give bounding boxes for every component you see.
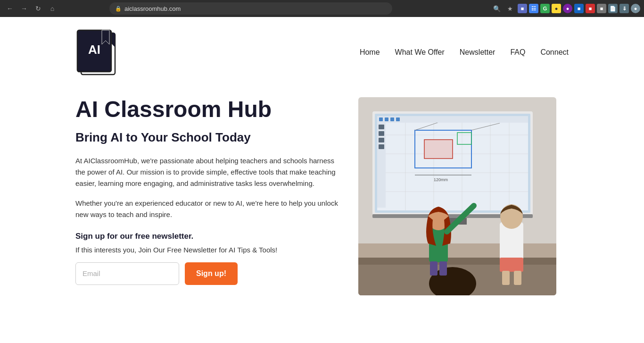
newsletter-heading: Sign up for our free newsletter.	[75, 232, 339, 241]
logo-area: AI	[75, 26, 118, 78]
svg-rect-49	[502, 271, 510, 285]
ext-grid-icon[interactable]: ☷	[529, 4, 538, 13]
url-text: aiclassroomhub.com	[124, 5, 181, 12]
refresh-button[interactable]: ↻	[32, 2, 44, 15]
site-header: AI Home What We Offer Newsletter FAQ Con…	[0, 17, 644, 88]
hero-description-1: At AIClassroomHub, we're passionate abou…	[75, 155, 339, 189]
site-nav: Home What We Offer Newsletter FAQ Connec…	[360, 48, 569, 57]
svg-rect-29	[390, 117, 394, 121]
logo-icon: AI	[75, 26, 118, 78]
browser-chrome: ← → ↻ ⌂ 🔒 aiclassroomhub.com 🔍 ★ ■ ☷ G ●…	[0, 0, 644, 17]
browser-actions: 🔍 ★ ■ ☷ G ● ● ■ ■ ■ 📄 ⇓ ●	[491, 3, 640, 14]
svg-rect-20	[424, 140, 453, 159]
newsletter-form: Sign up!	[75, 262, 339, 285]
svg-rect-35	[379, 144, 384, 149]
ext-blue-icon[interactable]: ■	[574, 4, 584, 13]
hero-content: AI Classroom Hub Bring AI to Your School…	[75, 97, 339, 285]
ext-yellow-icon[interactable]: ●	[552, 4, 561, 13]
svg-rect-48	[500, 258, 523, 272]
ext-gray-icon[interactable]: ■	[597, 4, 606, 13]
home-button[interactable]: ⌂	[46, 2, 58, 15]
nav-newsletter[interactable]: Newsletter	[460, 48, 495, 57]
signup-button[interactable]: Sign up!	[185, 262, 238, 285]
profile-icon[interactable]: ●	[631, 4, 640, 13]
ext-puzzle-icon[interactable]: ■	[518, 4, 527, 13]
nav-what-we-offer[interactable]: What We Offer	[395, 48, 445, 57]
svg-rect-34	[379, 138, 384, 142]
svg-rect-30	[396, 117, 400, 121]
forward-button[interactable]: →	[18, 2, 30, 15]
email-input[interactable]	[75, 262, 179, 285]
svg-text:120mm: 120mm	[434, 177, 448, 182]
svg-rect-32	[379, 125, 384, 129]
svg-rect-33	[379, 131, 384, 136]
nav-connect[interactable]: Connect	[540, 48, 569, 57]
hero-title: AI Classroom Hub	[75, 97, 339, 122]
svg-rect-27	[379, 117, 383, 121]
back-button[interactable]: ←	[4, 2, 16, 15]
hero-subtitle: Bring AI to Your School Today	[75, 130, 339, 146]
svg-text:AI: AI	[88, 42, 100, 57]
star-icon[interactable]: ★	[504, 3, 516, 14]
svg-rect-44	[430, 261, 438, 276]
svg-rect-45	[439, 261, 447, 276]
address-bar[interactable]: 🔒 aiclassroomhub.com	[109, 2, 392, 15]
svg-rect-28	[385, 117, 388, 121]
ext-file-icon[interactable]: 📄	[608, 4, 618, 13]
search-icon[interactable]: 🔍	[491, 3, 503, 14]
svg-rect-50	[514, 271, 521, 285]
browser-nav: ← → ↻ ⌂	[4, 2, 58, 15]
ext-g-icon[interactable]: G	[540, 4, 550, 13]
hero-image: 120mm	[358, 97, 556, 295]
hero-section: AI Classroom Hub Bring AI to Your School…	[0, 88, 644, 314]
ext-red-icon[interactable]: ■	[586, 4, 595, 13]
nav-home[interactable]: Home	[360, 48, 380, 57]
lock-icon: 🔒	[115, 6, 122, 12]
page: AI Home What We Offer Newsletter FAQ Con…	[0, 17, 644, 343]
nav-faq[interactable]: FAQ	[510, 48, 525, 57]
hero-description-2: Whether you're an experienced educator o…	[75, 198, 339, 220]
download-icon[interactable]: ⇓	[619, 4, 629, 13]
newsletter-subtext: If this interests you, Join Our Free New…	[75, 246, 339, 254]
ext-purple-icon[interactable]: ●	[563, 4, 572, 13]
